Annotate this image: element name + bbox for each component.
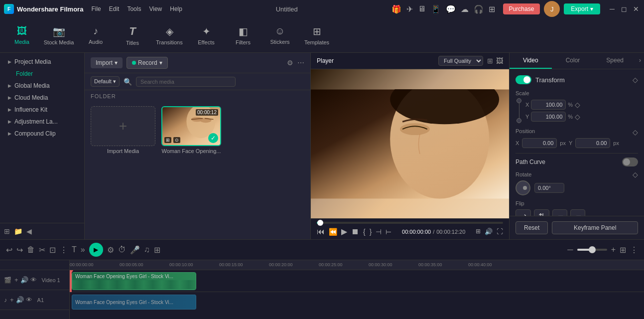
tl-collapse-icon[interactable]: ⋮ — [630, 245, 638, 255]
collapse-panel-icon[interactable]: ◀ — [26, 227, 32, 235]
export-button[interactable]: Export ▾ — [564, 3, 600, 14]
tl-layout-icon[interactable]: ⊞ — [620, 245, 626, 255]
menu-help[interactable]: Help — [170, 5, 182, 12]
purchase-button[interactable]: Purchase — [503, 3, 540, 14]
phone-icon[interactable]: 📱 — [431, 4, 441, 14]
position-x-input[interactable] — [522, 138, 557, 148]
keyframe-panel-button[interactable]: Keyframe Panel — [552, 221, 638, 234]
tl-zoom-in-icon[interactable]: + — [611, 245, 616, 254]
tab-filters[interactable]: ◧ Filters — [225, 19, 261, 51]
scale-x-input[interactable] — [531, 100, 566, 110]
tab-video[interactable]: Video — [510, 53, 552, 69]
track2-eye-icon[interactable]: 👁 — [26, 296, 32, 304]
grid-view-icon[interactable]: ⊞ — [487, 57, 493, 65]
tab-titles[interactable]: T Titles — [115, 19, 150, 51]
tl-redo-icon[interactable]: ↪ — [16, 245, 23, 255]
rotate-input[interactable] — [534, 183, 564, 193]
transform-keyframe-icon[interactable]: ◇ — [633, 76, 638, 84]
add-folder-icon[interactable]: ⊞ — [4, 227, 10, 235]
track2-add-icon[interactable]: + — [10, 296, 14, 304]
skip-back-button[interactable]: ⏮ — [317, 227, 325, 236]
project-media-item[interactable]: ▶ Project Media — [4, 56, 80, 68]
add-to-timeline-icon[interactable]: ⊞ — [476, 228, 481, 235]
tl-text-icon[interactable]: T — [72, 245, 77, 254]
tab-stock-media[interactable]: 📷 Stock Media — [41, 19, 77, 51]
next-frame-button[interactable]: ⊢ — [386, 228, 391, 236]
video-media-item[interactable]: 00:00:12 ⊞ ⊙ ✓ Woman Face Opening... — [161, 106, 221, 154]
fullscreen-icon[interactable]: ⛶ — [497, 228, 503, 235]
tab-more-icon[interactable]: › — [636, 53, 644, 69]
tl-audio-icon[interactable]: ♫ — [144, 245, 150, 254]
tab-transitions[interactable]: ◈ Transitions — [151, 19, 187, 51]
rocket-icon[interactable]: ✈ — [406, 4, 413, 14]
grid-icon[interactable]: ⊞ — [489, 4, 495, 14]
folder-icon[interactable]: 📁 — [14, 227, 22, 235]
tl-delete-icon[interactable]: 🗑 — [27, 245, 35, 254]
user-avatar[interactable]: J — [544, 1, 560, 17]
tab-media[interactable]: 🖼 Media — [4, 19, 40, 51]
flip-v2-button[interactable]: ▰ — [570, 209, 585, 216]
import-media-item[interactable]: + Import Media — [91, 106, 155, 154]
record-button[interactable]: Record ▾ — [127, 57, 168, 69]
flip-v-button[interactable]: ⇅ — [534, 209, 549, 216]
transform-toggle[interactable] — [515, 75, 531, 84]
tl-crop-icon[interactable]: ⊡ — [49, 245, 56, 255]
scale-y-keyframe-icon[interactable]: ◇ — [575, 113, 580, 121]
influence-kit-item[interactable]: ▶ Influence Kit — [4, 104, 80, 116]
tab-stickers[interactable]: ☺ Stickers — [262, 19, 298, 51]
tl-settings-icon[interactable]: ⚙ — [107, 245, 114, 255]
folder-item[interactable]: Folder — [4, 68, 80, 80]
progress-bar[interactable] — [317, 222, 503, 224]
step-back-button[interactable]: ⏪ — [329, 228, 337, 236]
track2-mute-icon[interactable]: 🔊 — [16, 296, 24, 304]
cloud-media-item[interactable]: ▶ Cloud Media — [4, 92, 80, 104]
tl-undo-icon[interactable]: ↩ — [6, 245, 12, 255]
compound-clip-item[interactable]: ▶ Compound Clip — [4, 128, 80, 140]
tl-more-icon[interactable]: » — [81, 245, 85, 254]
tab-speed[interactable]: Speed — [594, 53, 636, 69]
monitor-icon[interactable]: 🖥 — [418, 4, 426, 14]
tab-effects[interactable]: ✦ Effects — [188, 19, 224, 51]
zoom-handle[interactable] — [589, 246, 596, 253]
menu-edit[interactable]: Edit — [109, 5, 120, 12]
message-icon[interactable]: 💬 — [446, 4, 456, 14]
volume-icon[interactable]: 🔊 — [485, 228, 493, 235]
cloud-icon[interactable]: ☁ — [461, 4, 469, 14]
maximize-button[interactable]: ◻ — [620, 5, 628, 13]
more-icon[interactable]: ⋯ — [297, 59, 304, 67]
menu-view[interactable]: View — [149, 5, 162, 12]
tab-audio[interactable]: ♪ Audio — [78, 19, 114, 51]
tl-scene-icon[interactable]: ⊞ — [154, 245, 160, 255]
image-view-icon[interactable]: 🖼 — [496, 57, 503, 65]
scale-x-keyframe-icon[interactable]: ◇ — [575, 101, 580, 109]
video-clip-1[interactable]: Woman Face Opening Eyes Girl - Stock Vi.… — [72, 272, 196, 290]
mark-out-button[interactable]: } — [370, 228, 372, 236]
tl-play-center-button[interactable]: ▶ — [89, 243, 103, 257]
progress-handle[interactable] — [317, 220, 323, 226]
adjustment-layer-item[interactable]: ▶ Adjustment La... — [4, 116, 80, 128]
tab-color[interactable]: Color — [552, 53, 594, 69]
zoom-slider[interactable] — [577, 249, 607, 251]
tl-voice-icon[interactable]: 🎤 — [130, 245, 140, 255]
position-keyframe-icon[interactable]: ◇ — [633, 128, 638, 136]
path-curve-toggle[interactable] — [622, 158, 638, 166]
prev-frame-button[interactable]: ⊣ — [376, 228, 382, 236]
flip-h2-button[interactable]: ▱ — [552, 209, 567, 216]
track1-add-icon[interactable]: + — [14, 276, 18, 284]
import-button[interactable]: Import ▾ — [91, 57, 123, 68]
menu-tools[interactable]: Tools — [127, 5, 141, 12]
sort-select[interactable]: Default ▾ — [91, 76, 120, 87]
position-y-input[interactable] — [575, 138, 610, 148]
tab-templates[interactable]: ⊞ Templates — [299, 19, 335, 51]
track1-eye-icon[interactable]: 👁 — [30, 276, 37, 284]
reset-button[interactable]: Reset — [515, 221, 548, 234]
track1-audio-icon[interactable]: 🔊 — [20, 276, 28, 284]
gift-icon[interactable]: 🎁 — [391, 4, 401, 14]
flip-h-button[interactable]: ⇄ — [515, 209, 531, 216]
tl-split-icon[interactable]: ⋮ — [60, 245, 68, 255]
minimize-button[interactable]: ─ — [608, 5, 616, 13]
filter-icon[interactable]: ⚙ — [287, 59, 293, 67]
rotate-keyframe-icon[interactable]: ◇ — [633, 170, 638, 178]
play-button[interactable]: ▶ — [341, 227, 347, 236]
menu-file[interactable]: File — [91, 5, 101, 12]
